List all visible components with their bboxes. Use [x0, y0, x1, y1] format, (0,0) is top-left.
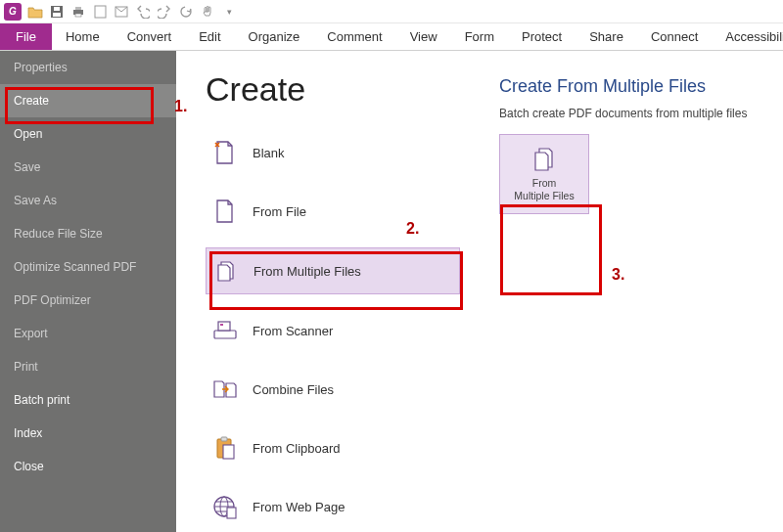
- multiple-files-icon: [212, 258, 240, 284]
- tab-accessibility[interactable]: Accessibility: [712, 23, 783, 50]
- panel-description: Batch create PDF documents from multiple…: [499, 107, 775, 120]
- page-title: Create: [206, 70, 460, 109]
- sidebar-item-open[interactable]: Open: [0, 117, 176, 151]
- sidebar-item-pdf-optimizer[interactable]: PDF Optimizer: [0, 284, 176, 317]
- main-area: Properties Create Open Save Save As Redu…: [0, 51, 783, 532]
- sidebar-item-properties[interactable]: Properties: [0, 51, 176, 84]
- sidebar-item-save-as[interactable]: Save As: [0, 184, 176, 217]
- sidebar-item-print[interactable]: Print: [0, 350, 176, 383]
- globe-icon: [211, 494, 239, 519]
- svg-rect-4: [75, 7, 81, 10]
- svg-rect-17: [227, 508, 236, 518]
- scanner-icon: [211, 318, 239, 343]
- create-detail-panel: Create From Multiple Files Batch create …: [499, 70, 775, 532]
- create-option-combine-files[interactable]: Combine Files: [206, 367, 460, 412]
- from-multiple-files-tile[interactable]: FromMultiple Files: [499, 134, 589, 214]
- quick-access-toolbar: G ▾: [0, 0, 783, 23]
- tab-form[interactable]: Form: [451, 23, 508, 50]
- svg-rect-13: [221, 437, 227, 441]
- create-option-label: From Multiple Files: [253, 264, 361, 279]
- sidebar-item-close[interactable]: Close: [0, 450, 176, 483]
- create-option-from-scanner[interactable]: From Scanner: [206, 308, 460, 353]
- tab-view[interactable]: View: [396, 23, 451, 50]
- tab-edit[interactable]: Edit: [185, 23, 234, 50]
- tab-connect[interactable]: Connect: [637, 23, 712, 50]
- svg-rect-5: [75, 14, 81, 17]
- tab-comment[interactable]: Comment: [313, 23, 395, 50]
- tab-file[interactable]: File: [0, 23, 52, 50]
- blank-doc-icon: [211, 140, 239, 165]
- print-icon[interactable]: [70, 4, 86, 20]
- redo-icon[interactable]: [157, 4, 172, 20]
- clipboard-icon: [211, 435, 239, 461]
- svg-rect-6: [95, 6, 106, 18]
- create-option-from-multiple-files[interactable]: From Multiple Files: [206, 247, 460, 294]
- svg-rect-2: [54, 7, 60, 11]
- sidebar-item-create[interactable]: Create: [0, 84, 176, 117]
- create-option-from-file[interactable]: From File: [206, 189, 460, 234]
- multiple-files-icon: [530, 146, 559, 173]
- create-option-blank[interactable]: Blank: [206, 130, 460, 175]
- hand-tool-icon[interactable]: [200, 4, 215, 20]
- sidebar-item-save[interactable]: Save: [0, 151, 176, 184]
- tab-protect[interactable]: Protect: [508, 23, 576, 50]
- combine-files-icon: [211, 377, 239, 402]
- blank-page-icon[interactable]: [92, 4, 108, 20]
- refresh-icon[interactable]: [178, 4, 194, 20]
- create-option-label: Combine Files: [253, 382, 334, 397]
- ribbon-tabs: File Home Convert Edit Organize Comment …: [0, 23, 783, 51]
- tile-label: FromMultiple Files: [514, 177, 574, 201]
- svg-rect-10: [218, 322, 230, 331]
- email-icon[interactable]: [114, 4, 129, 20]
- app-logo: G: [4, 3, 22, 21]
- create-option-label: Blank: [253, 146, 285, 160]
- svg-rect-1: [53, 13, 61, 17]
- sidebar-item-export[interactable]: Export: [0, 317, 176, 350]
- sidebar-item-batch-print[interactable]: Batch print: [0, 383, 176, 417]
- save-icon[interactable]: [49, 4, 65, 20]
- tab-home[interactable]: Home: [52, 23, 114, 50]
- tab-convert[interactable]: Convert: [114, 23, 186, 50]
- create-option-from-clipboard[interactable]: From Clipboard: [206, 425, 460, 470]
- toolbar-dropdown-icon[interactable]: ▾: [221, 4, 237, 20]
- create-option-label: From Scanner: [253, 324, 333, 338]
- file-sidebar: Properties Create Open Save Save As Redu…: [0, 51, 176, 532]
- sidebar-item-reduce-file-size[interactable]: Reduce File Size: [0, 217, 176, 250]
- create-option-label: From Clipboard: [253, 441, 341, 456]
- svg-rect-9: [214, 331, 236, 338]
- create-options-column: Create Blank From File From Multiple Fil…: [206, 70, 460, 532]
- tab-share[interactable]: Share: [576, 23, 637, 50]
- tab-organize[interactable]: Organize: [235, 23, 314, 50]
- create-option-label: From File: [253, 204, 306, 219]
- undo-icon[interactable]: [135, 4, 151, 20]
- content-area: Create Blank From File From Multiple Fil…: [176, 51, 783, 532]
- sidebar-item-index[interactable]: Index: [0, 417, 176, 450]
- svg-rect-14: [223, 445, 234, 459]
- svg-rect-11: [220, 324, 223, 326]
- panel-title: Create From Multiple Files: [499, 76, 775, 97]
- create-option-label: From Web Page: [253, 500, 345, 514]
- sidebar-item-optimize-scanned-pdf[interactable]: Optimize Scanned PDF: [0, 250, 176, 284]
- open-folder-icon[interactable]: [27, 4, 43, 20]
- create-option-from-web-page[interactable]: From Web Page: [206, 484, 460, 529]
- file-doc-icon: [211, 199, 239, 224]
